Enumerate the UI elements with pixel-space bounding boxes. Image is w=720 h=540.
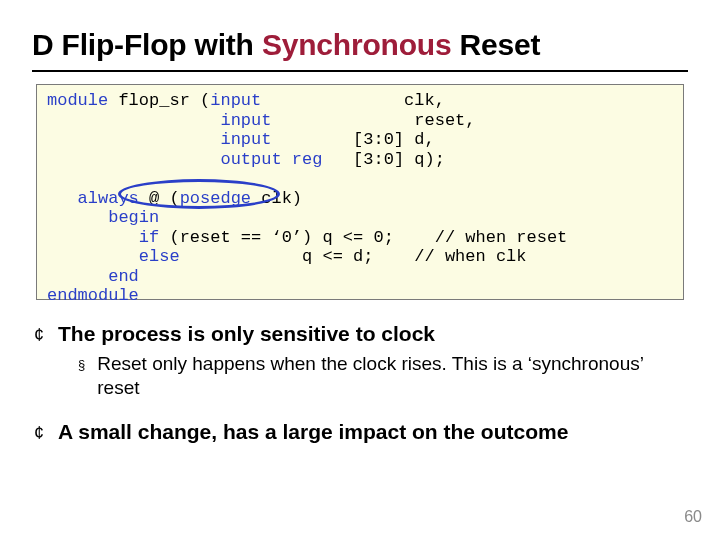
bullet-text: Reset only happens when the clock rises.… [97, 352, 688, 400]
slide-title: D Flip-Flop with Synchronous Reset [32, 28, 540, 62]
bullet-level1: ¢ The process is only sensitive to clock [34, 322, 688, 346]
bullet-text: The process is only sensitive to clock [58, 322, 435, 346]
bullet-level1: ¢ A small change, has a large impact on … [34, 420, 688, 444]
title-post: Reset [451, 28, 540, 61]
bullet-mark-circle: ¢ [34, 423, 44, 444]
title-accent: Synchronous [262, 28, 452, 61]
bullet-mark-circle: ¢ [34, 325, 44, 346]
title-pre: D Flip-Flop with [32, 28, 262, 61]
bullet-mark-square: § [78, 357, 85, 373]
bullet-level2: § Reset only happens when the clock rise… [78, 352, 688, 400]
title-underline [32, 70, 688, 72]
page-number: 60 [684, 508, 702, 526]
code-block: module flop_sr (input clk, input reset, … [36, 84, 684, 300]
bullet-text: A small change, has a large impact on th… [58, 420, 568, 444]
code-content: module flop_sr (input clk, input reset, … [47, 91, 673, 306]
bullet-list: ¢ The process is only sensitive to clock… [34, 322, 688, 444]
